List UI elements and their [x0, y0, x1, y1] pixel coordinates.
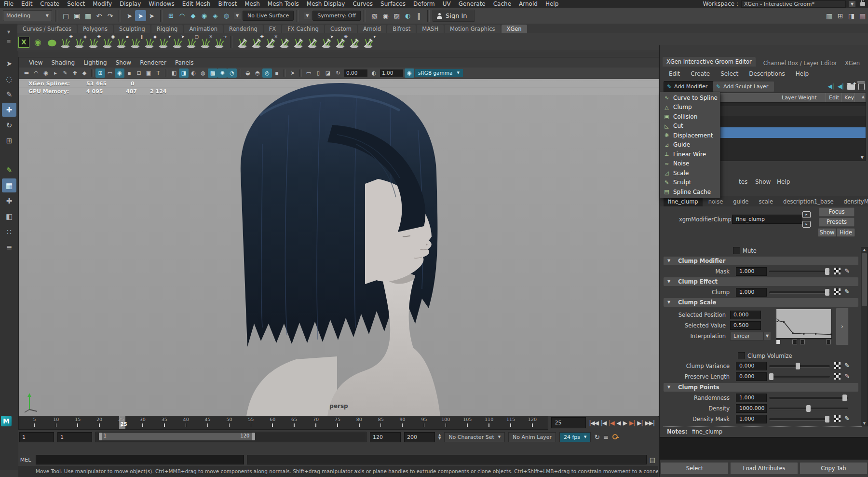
attributes-scrollbar[interactable]: ▲ ▼ [861, 247, 868, 426]
xgen-ring-shelf-icon[interactable]: ◉ [101, 35, 114, 49]
clump-field[interactable]: 1.000 [736, 288, 767, 297]
step-forward-key-button[interactable]: ▶| [629, 420, 635, 426]
menu-item[interactable]: Select [63, 0, 89, 7]
groom-density-tool-icon[interactable]: ∷ [2, 225, 16, 239]
animation-prefs-icon[interactable]: ≡ [603, 434, 609, 441]
command-input-field[interactable] [36, 455, 244, 464]
go-to-end-button[interactable]: ▶▶| [645, 420, 655, 426]
node-tab-description1-base[interactable]: description1_base [779, 197, 838, 206]
sign-in-button[interactable]: Sign In [433, 10, 475, 22]
add-sculpt-layer-button[interactable]: ✎Add Sculpt Layer [713, 81, 774, 92]
panel-menu-item[interactable]: Help [791, 70, 813, 77]
outliner-toggle-icon[interactable]: ▥ [824, 10, 835, 21]
ramp-key-icon[interactable] [826, 340, 831, 344]
move-tool-icon[interactable]: ✚ [2, 103, 16, 117]
groom-grid-tool-icon[interactable]: ▦ [2, 178, 16, 192]
move-layer-up-icon[interactable]: ◀| [827, 83, 834, 90]
shelf-tab[interactable]: Arnold [358, 25, 386, 33]
menu-set-dropdown[interactable]: Modeling▼ [3, 10, 52, 21]
mask-slider[interactable] [769, 271, 830, 273]
show-button[interactable]: Show [818, 228, 836, 237]
scroll-up-icon[interactable]: ▲ [862, 95, 865, 99]
modifier-menu-item[interactable]: ✎ Sculpt [660, 178, 720, 188]
column-key[interactable]: Key [844, 95, 854, 101]
selected-position-field[interactable]: 0.000 [730, 311, 761, 319]
groom-add-tool-icon[interactable]: ✚ [2, 194, 16, 208]
menu-item[interactable]: Curves [349, 0, 377, 7]
panel-menu-item[interactable]: Select [716, 70, 743, 77]
xgen-diamond-shelf-icon[interactable]: ◆ [143, 35, 156, 49]
open-scene-icon[interactable]: ▣ [71, 10, 82, 21]
menu-item[interactable]: Deform [409, 0, 439, 7]
snap-curve-icon[interactable]: ◠ [176, 10, 188, 21]
snap-grid-icon[interactable]: ⊞ [165, 10, 176, 21]
tab-channel-box[interactable]: Channel Box / Layer Editor [763, 60, 837, 67]
tab-xgen[interactable]: XGen [845, 60, 860, 67]
tool-settings-toggle-icon[interactable]: ⊞ [835, 10, 846, 21]
anim-layer-dropdown[interactable]: No Anim Layer [508, 432, 556, 442]
add-modifier-button[interactable]: ✎Add Modifier [664, 81, 714, 92]
shelf-menu-icon[interactable]: ≡ [6, 38, 11, 44]
notes-divider[interactable] [664, 426, 862, 427]
channel-box-toggle-icon[interactable]: ▦ [857, 10, 868, 21]
menu-item[interactable]: File [0, 0, 17, 7]
select-tool-icon[interactable]: ➤ [2, 56, 16, 70]
menu-item[interactable]: Help [542, 0, 562, 7]
modifier-menu-item[interactable]: ❋ Displacement [660, 131, 720, 140]
menu-item[interactable]: Mesh Display [303, 0, 349, 7]
range-slider-track[interactable]: 1 120 [95, 432, 366, 442]
menu-item[interactable]: Arnold [515, 0, 542, 7]
density-field[interactable]: 1000.000 [736, 404, 767, 413]
range-slider-bar-inner[interactable]: 1 120 [99, 433, 256, 440]
node-name-field[interactable]: fine_clump [732, 215, 802, 224]
go-to-start-button[interactable]: |◀◀ [589, 420, 598, 426]
range-end-handle[interactable] [252, 433, 255, 440]
script-editor-icon[interactable]: ▤ [650, 456, 658, 463]
xgen-delete-shelf-icon[interactable]: ✕ [199, 35, 212, 49]
new-scene-icon[interactable]: ▢ [60, 10, 71, 21]
outline-list-icon[interactable]: ≡ [2, 240, 16, 254]
menu-item[interactable]: Mesh Tools [264, 0, 303, 7]
groom-noise-brush-shelf-icon[interactable]: ❋ [334, 35, 347, 49]
section-clump-effect[interactable]: Clump Effect [664, 277, 858, 286]
preserve-length-slider[interactable] [769, 376, 830, 378]
notes-text-area[interactable] [660, 437, 868, 460]
snap-projected-center-icon[interactable]: ◉ [199, 10, 210, 21]
node-tab-fine-clump[interactable]: fine_clump [664, 197, 703, 206]
play-backwards-button[interactable]: ◀ [616, 420, 620, 426]
timeline-ruler[interactable]: 5101520253035404550556065707580859095100… [18, 416, 548, 430]
workspace-dropdown[interactable]: XGen - Interactive Groom* [741, 0, 846, 8]
menu-item[interactable]: UV [439, 0, 455, 7]
shelf-tab[interactable]: Bifrost [387, 25, 416, 33]
groom-comb-shelf-icon[interactable] [278, 35, 291, 49]
rotate-tool-icon[interactable]: ↻ [2, 118, 16, 132]
preserve-length-field[interactable]: 0.000 [736, 372, 767, 381]
select-component-icon[interactable]: ➤ [146, 10, 157, 21]
menu-item[interactable]: Mesh [241, 0, 264, 7]
ae-menu-show[interactable]: Show [755, 178, 771, 185]
xgen-move-guide-shelf-icon[interactable]: ◈ [73, 35, 86, 49]
clump-slider[interactable] [769, 291, 830, 294]
perspective-viewport[interactable]: ViewShadingLightingShowRendererPanels ▬◠… [18, 57, 659, 417]
hide-button[interactable]: Hide [837, 228, 855, 237]
shelf-tab[interactable]: FX [264, 25, 282, 33]
tab-xgen-groom-editor[interactable]: XGen Interactive Groom Editor [663, 57, 756, 67]
shelf-tab[interactable]: Curves / Surfaces [17, 25, 77, 33]
current-time-field[interactable]: 25 [551, 417, 586, 428]
density-slider[interactable] [769, 408, 848, 410]
shelf-tab[interactable]: Sculpting [114, 25, 150, 33]
section-clump-modifier[interactable]: Clump Modifier [664, 257, 858, 265]
focus-button[interactable]: Focus [819, 207, 854, 217]
delete-layer-icon[interactable] [858, 83, 865, 90]
groom-add-brush-shelf-icon[interactable]: ✚ [250, 35, 263, 49]
ramp-key-icon[interactable] [800, 340, 805, 344]
render-settings-icon[interactable]: ◐ [402, 10, 413, 21]
scroll-down-icon[interactable]: ▼ [861, 422, 868, 425]
menu-item[interactable]: Generate [455, 0, 489, 7]
menu-item[interactable]: Surfaces [377, 0, 409, 7]
shelf-tab[interactable]: FX Caching [282, 25, 324, 33]
menu-item[interactable]: Modify [89, 0, 116, 7]
range-start-handle[interactable] [99, 433, 102, 440]
xgen-lock-shelf-icon[interactable]: ▪ [115, 35, 128, 49]
playback-loop-icon[interactable]: ↻ [594, 433, 600, 441]
